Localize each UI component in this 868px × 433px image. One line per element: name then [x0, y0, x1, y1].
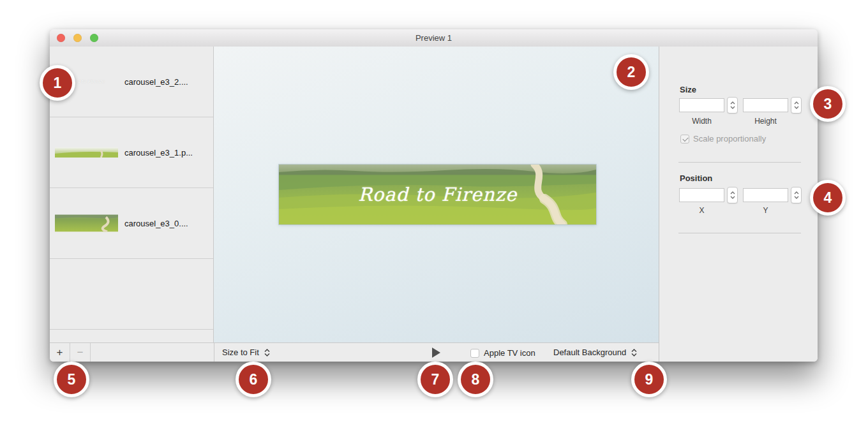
inspector-divider — [678, 162, 801, 163]
annotation-badge-4: 4 — [810, 180, 846, 216]
annotation-badge-7: 7 — [417, 362, 453, 397]
annotation-badge-8: 8 — [458, 362, 493, 397]
parallax-image-layer[interactable]: Road to Firenze — [279, 165, 596, 224]
add-layer-button[interactable]: + — [50, 343, 70, 362]
width-input[interactable] — [679, 98, 724, 112]
up-down-chevrons-icon — [264, 349, 270, 356]
scale-proportionally-row: Scale proportionally — [680, 134, 766, 143]
chevron-down-icon — [794, 196, 799, 199]
appletv-icon-option[interactable]: Apple TV icon — [470, 348, 535, 358]
zoom-button[interactable] — [90, 34, 98, 42]
traffic-lights — [57, 34, 98, 42]
chevron-down-icon — [730, 196, 735, 199]
chevron-up-icon — [794, 101, 799, 105]
window-title: Preview 1 — [50, 29, 818, 47]
chevron-up-icon — [730, 101, 735, 105]
position-heading: Position — [680, 173, 712, 183]
height-label: Height — [743, 117, 788, 126]
layer-filename: carousel_e3_1.p... — [124, 148, 193, 158]
annotation-badge-1: 1 — [40, 65, 75, 101]
size-heading: Size — [680, 85, 696, 94]
position-y-label: Y — [743, 206, 788, 215]
zoom-mode-select[interactable]: Size to Fit — [222, 343, 270, 362]
width-label: Width — [679, 117, 724, 126]
layer-filename: carousel_e3_0.... — [124, 219, 188, 228]
list-item-background-layer[interactable]: carousel_e3_0.... — [50, 188, 213, 259]
annotation-badge-5: 5 — [54, 362, 89, 397]
list-item-midground-layer[interactable]: carousel_e3_1.p... — [50, 117, 213, 188]
background-mode-select[interactable]: Default Background — [553, 343, 637, 362]
close-button[interactable] — [57, 34, 65, 42]
position-x-stepper[interactable] — [727, 187, 738, 203]
inspector-divider — [678, 233, 801, 233]
banner-title-text-layer: Road to Firenze — [279, 165, 596, 224]
width-stepper[interactable] — [727, 97, 738, 114]
chevron-down-icon — [794, 106, 799, 109]
annotation-badge-9: 9 — [631, 362, 667, 397]
chevron-down-icon — [730, 106, 735, 109]
position-x-input[interactable] — [679, 188, 724, 202]
layer-filename: carousel_e3_2.... — [124, 77, 188, 87]
toolbar-divider — [214, 343, 214, 362]
preview-canvas[interactable]: Road to Firenze — [214, 47, 659, 342]
zoom-mode-value: Size to Fit — [222, 348, 259, 357]
play-button[interactable] — [432, 348, 440, 358]
height-stepper[interactable] — [791, 97, 802, 114]
minimize-button[interactable] — [73, 34, 82, 42]
position-y-stepper[interactable] — [791, 187, 802, 203]
scale-proportionally-label: Scale proportionally — [693, 134, 766, 143]
layer-thumbnail-strip — [55, 147, 118, 158]
list-empty-row — [50, 259, 213, 330]
height-input[interactable] — [743, 98, 788, 112]
appletv-icon-label: Apple TV icon — [484, 348, 535, 358]
chevron-up-icon — [730, 191, 735, 194]
layer-thumbnail-photo — [55, 215, 118, 232]
background-mode-value: Default Background — [553, 348, 626, 357]
annotation-badge-2: 2 — [613, 54, 649, 90]
bottom-toolbar: + − Size to Fit Apple TV icon Default Ba… — [50, 342, 659, 362]
up-down-chevrons-icon — [631, 349, 637, 356]
annotation-badge-3: 3 — [810, 86, 846, 122]
chevron-up-icon — [794, 191, 799, 194]
scale-proportionally-checkbox — [680, 135, 689, 143]
position-y-input[interactable] — [743, 188, 788, 202]
preview-window: Preview 1 Road to Firenze carousel_e3_2.… — [50, 29, 818, 362]
layer-list: Road to Firenze carousel_e3_2.... carous… — [50, 47, 214, 342]
title-bar[interactable]: Preview 1 — [50, 29, 818, 47]
position-x-label: X — [679, 206, 724, 215]
check-icon — [682, 135, 688, 141]
appletv-icon-checkbox[interactable] — [470, 349, 479, 358]
inspector-panel: Size Width Height Scale proportionally P… — [659, 47, 818, 362]
remove-layer-button[interactable]: − — [70, 343, 91, 362]
annotation-badge-6: 6 — [236, 362, 271, 397]
